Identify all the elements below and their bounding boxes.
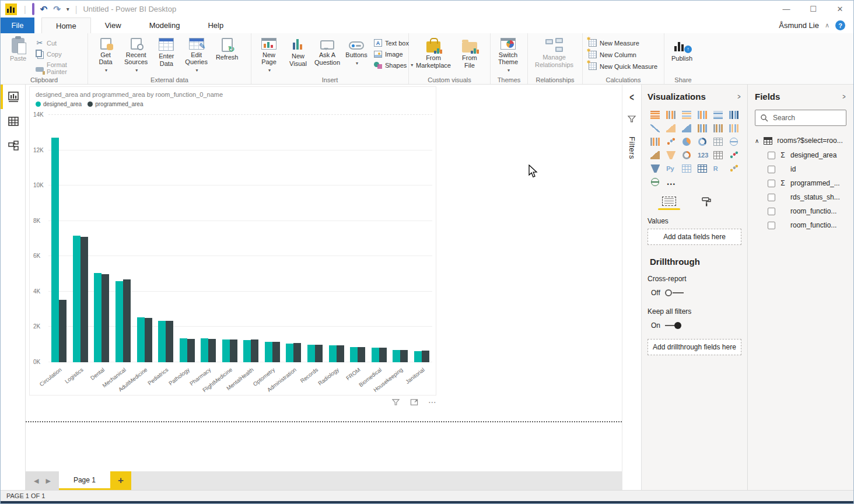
- new-quick-measure-button[interactable]: New Quick Measure: [587, 62, 659, 71]
- manage-relationships-button[interactable]: Manage Relationships: [533, 36, 576, 75]
- area-chart-icon[interactable]: [665, 123, 677, 134]
- line-chart-icon[interactable]: [649, 123, 661, 134]
- tab-format[interactable]: [695, 197, 718, 211]
- bar-designed_area[interactable]: [286, 344, 293, 362]
- python-visual-icon[interactable]: Py: [665, 163, 677, 174]
- bar-designed_area[interactable]: [180, 338, 187, 362]
- new-column-button[interactable]: New Column: [587, 50, 659, 59]
- maximize-button[interactable]: ☐: [800, 1, 827, 18]
- multi-row-card-icon[interactable]: [712, 150, 724, 160]
- field-checkbox[interactable]: [768, 152, 775, 159]
- stacked-bar-chart-icon[interactable]: [649, 110, 661, 120]
- bar-programmed_area[interactable]: [123, 279, 131, 362]
- donut-chart-icon[interactable]: [696, 136, 708, 147]
- field-item[interactable]: Σid: [755, 162, 846, 176]
- field-checkbox[interactable]: [768, 180, 775, 187]
- values-field-well[interactable]: Add data fields here: [648, 229, 741, 245]
- line-and-stacked-column-chart-icon[interactable]: [696, 123, 708, 134]
- get-data-button[interactable]: Get Data: [93, 36, 118, 75]
- 100-stacked-bar-chart-icon[interactable]: [712, 110, 724, 120]
- bar-programmed_area[interactable]: [187, 339, 195, 362]
- gauge-icon[interactable]: [681, 150, 692, 160]
- ask-a-question-button[interactable]: Ask A Question: [314, 36, 340, 75]
- tab-home[interactable]: Home: [41, 18, 91, 33]
- field-item[interactable]: Σroom_functio...: [755, 204, 846, 218]
- bar-programmed_area[interactable]: [337, 345, 344, 362]
- data-view-button[interactable]: [1, 109, 26, 134]
- switch-theme-button[interactable]: Switch Theme: [495, 36, 521, 75]
- bar-designed_area[interactable]: [201, 338, 208, 362]
- legend-item[interactable]: designed_area: [36, 101, 82, 107]
- r-script-visual-icon[interactable]: R: [712, 163, 724, 174]
- bar-designed_area[interactable]: [222, 340, 230, 362]
- matrix-icon[interactable]: [696, 163, 708, 174]
- field-checkbox[interactable]: [768, 208, 775, 215]
- cross-report-toggle[interactable]: Off: [648, 289, 741, 297]
- bar-programmed_area[interactable]: [145, 318, 152, 362]
- bar-programmed_area[interactable]: [251, 340, 258, 362]
- kpi-icon[interactable]: [728, 150, 740, 160]
- line-and-clustered-column-chart-icon[interactable]: [712, 123, 724, 134]
- buttons-button[interactable]: Buttons: [344, 36, 369, 75]
- stacked-column-chart-icon[interactable]: [665, 110, 677, 120]
- close-button[interactable]: ✕: [827, 1, 853, 18]
- treemap-icon[interactable]: [712, 136, 724, 147]
- undo-icon[interactable]: ↶: [40, 5, 48, 13]
- bar-designed_area[interactable]: [116, 281, 123, 362]
- new-page-tab-button[interactable]: +: [110, 471, 131, 490]
- from-marketplace-button[interactable]: From Marketplace: [414, 36, 453, 75]
- bar-programmed_area[interactable]: [80, 237, 88, 362]
- waterfall-chart-icon[interactable]: [649, 136, 661, 147]
- bar-designed_area[interactable]: [158, 321, 166, 362]
- format-painter-button[interactable]: Format Painter: [34, 61, 83, 76]
- from-file-button[interactable]: From File: [457, 36, 482, 75]
- collapse-table-icon[interactable]: ∧: [755, 138, 759, 144]
- chevron-up-icon[interactable]: ∧: [825, 22, 830, 29]
- model-view-button[interactable]: [1, 134, 26, 158]
- recent-sources-button[interactable]: Recent Sources: [122, 36, 150, 75]
- expand-filters-icon[interactable]: <: [629, 91, 634, 103]
- tab-view[interactable]: View: [91, 18, 135, 33]
- cut-button[interactable]: ✂ Cut: [34, 38, 83, 47]
- legend-item[interactable]: programmed_area: [88, 101, 143, 107]
- bar-programmed_area[interactable]: [379, 348, 387, 362]
- tab-modeling[interactable]: Modeling: [135, 18, 194, 33]
- shapes-button[interactable]: Shapes: [373, 61, 414, 69]
- bar-programmed_area[interactable]: [166, 321, 173, 362]
- report-canvas[interactable]: designed_area and programmed_area by roo…: [26, 85, 622, 471]
- filter-icon[interactable]: [391, 398, 400, 407]
- field-item[interactable]: Σroom_functio...: [755, 218, 846, 232]
- new-measure-button[interactable]: New Measure: [587, 38, 659, 47]
- bar-designed_area[interactable]: [243, 340, 251, 362]
- page-tab-1[interactable]: Page 1: [59, 471, 110, 490]
- publish-button[interactable]: ↑ Publish: [669, 36, 695, 75]
- focus-mode-icon[interactable]: [410, 398, 419, 407]
- field-item[interactable]: Σprogrammed_...: [755, 176, 846, 190]
- table-icon[interactable]: [681, 163, 692, 174]
- bar-programmed_area[interactable]: [59, 300, 66, 363]
- field-checkbox[interactable]: [768, 194, 775, 201]
- pie-chart-icon[interactable]: [681, 136, 692, 147]
- bar-designed_area[interactable]: [393, 350, 400, 362]
- filled-map-icon[interactable]: [649, 150, 661, 160]
- collapse-panel-icon[interactable]: >: [738, 92, 741, 101]
- help-icon[interactable]: ?: [835, 20, 845, 30]
- bar-designed_area[interactable]: [73, 236, 80, 362]
- field-checkbox[interactable]: [768, 166, 775, 173]
- minimize-button[interactable]: —: [773, 1, 800, 18]
- clustered-bar-chart-icon[interactable]: [681, 110, 692, 120]
- tab-help[interactable]: Help: [194, 18, 237, 33]
- new-page-button[interactable]: New Page: [256, 36, 282, 75]
- image-button[interactable]: Image: [373, 50, 414, 58]
- more-visuals-icon[interactable]: …: [665, 177, 677, 187]
- keep-all-filters-toggle[interactable]: On: [648, 321, 741, 330]
- bar-designed_area[interactable]: [414, 351, 422, 362]
- bar-designed_area[interactable]: [372, 348, 379, 362]
- table-row[interactable]: ∧ rooms?$select=roo...: [755, 136, 846, 145]
- save-icon[interactable]: [32, 5, 34, 13]
- bar-designed_area[interactable]: [329, 345, 337, 362]
- field-item[interactable]: Σdesigned_area: [755, 148, 846, 162]
- ribbon-chart-icon[interactable]: [728, 123, 740, 134]
- bar-programmed_area[interactable]: [400, 350, 408, 362]
- redo-icon[interactable]: ↷: [53, 5, 61, 13]
